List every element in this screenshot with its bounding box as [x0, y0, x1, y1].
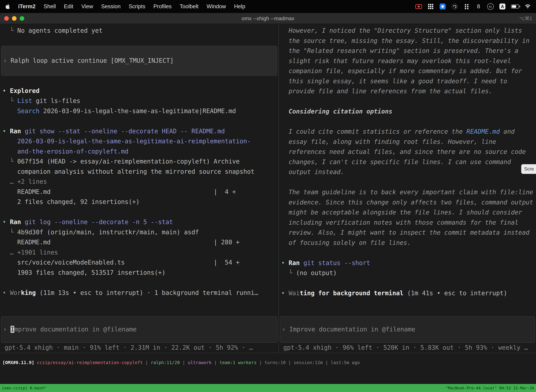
right-status-line: gpt-5.4 xhigh · 96% left · 520K in · 5.8… — [279, 343, 536, 353]
window-shortcut-badge: ⌥⌘1 — [519, 16, 532, 21]
tmux-session-window: [omx-cczip] 0:bash* — [2, 386, 46, 390]
left-prompt-input[interactable]: › Improve documentation in @filename — [1, 316, 277, 343]
menu-item-view[interactable]: View — [77, 0, 97, 13]
macos-menu-bar: iTerm2ShellEditViewSessionScriptsProfile… — [0, 0, 536, 13]
key-8-icon[interactable]: 8 — [475, 2, 482, 11]
left-prompt-text: › Improve documentation in @filename — [3, 324, 277, 335]
terminal-line: The team guideline is to back every impo… — [281, 187, 536, 197]
menu-item-help[interactable]: Help — [230, 0, 249, 13]
dots-grid-icon[interactable] — [463, 2, 470, 11]
menu-item-toolbelt[interactable]: Toolbelt — [176, 0, 203, 13]
screen-recording-indicator[interactable] — [415, 2, 422, 11]
traffic-lights — [4, 13, 24, 24]
terminal-line: this single essay, it seems like a good … — [281, 76, 536, 86]
terminal-line: and-the-erosion-of-copyleft.md — [2, 146, 278, 157]
terminal-line: including verification notes with those … — [281, 218, 536, 228]
terminal-line: the source tree, missing the essay. Stil… — [281, 36, 536, 46]
terminal-line — [281, 177, 536, 187]
tmux-inject-banner: › Ralph loop active continue [OMX_TMUX_I… — [1, 46, 277, 76]
terminal-line: However, I noticed the "Directory Struct… — [281, 26, 536, 36]
terminal-line: └ (no output) — [281, 268, 536, 278]
blue-app-icon[interactable] — [439, 2, 446, 11]
tmux-status-bar: [omx-cczip] 0:bash* "MacBook-Pro-44.loca… — [0, 384, 536, 392]
terminal-line: review. Also, I might want to inspect th… — [281, 228, 536, 238]
terminal-line: essay file, along with finding root file… — [281, 137, 536, 147]
terminal-line: output instead. — [281, 167, 536, 177]
terminal-line — [2, 278, 278, 288]
terminal-line: └ No agents completed yet — [2, 26, 278, 36]
close-button[interactable] — [4, 16, 9, 21]
tmux-inject-line: › Ralph loop active continue [OMX_TMUX_I… — [3, 56, 277, 66]
terminal-line: └ 067f154 (HEAD -> essay/ai-reimplementa… — [2, 156, 278, 167]
terminal-line: slight risk that future readers may over… — [281, 56, 536, 66]
menu-status-icons: 861A — [415, 2, 536, 11]
menu-item-edit[interactable]: Edit — [60, 0, 77, 13]
terminal-line: src/voice/voiceModeEnabled.ts | 54 + — [2, 257, 278, 268]
terminal-line — [2, 116, 278, 126]
terminal-line — [281, 96, 536, 107]
terminal-line: 2026-03-09-is-legal-the-same-as-legitima… — [2, 136, 278, 146]
terminal-line: Search 2026-03-09-is-legal-the-same-as-l… — [2, 106, 278, 116]
terminal-line: 1903 files changed, 513517 insertions(+) — [2, 268, 278, 278]
right-prompt-text: › Improve documentation in @filename — [282, 324, 535, 335]
terminal-line — [281, 117, 536, 127]
gauge-icon[interactable]: 61 — [487, 2, 494, 11]
terminal-line — [2, 36, 278, 46]
terminal-line — [281, 278, 536, 288]
terminal-line: of focusing solely on file lines. — [281, 238, 536, 248]
input-source-icon[interactable]: A — [499, 2, 506, 11]
tmux-host-clock: "MacBook-Pro-44.local" 04:52 31-Mar-26 — [446, 386, 534, 390]
terminal-line: └ List git ls-files — [2, 96, 278, 106]
window-title: omx --xhigh --madmax — [242, 15, 294, 21]
terminal-line: • Ran git show --stat --oneline --decora… — [2, 126, 278, 136]
omx-status-line: [OMX#0.11.9] cczip/essay/ai-reimplementa… — [2, 360, 536, 366]
terminal-line: … +2 lines — [2, 177, 278, 187]
terminal-line: evidence. Since this change only affects… — [281, 197, 536, 208]
dark-app-icon[interactable] — [451, 2, 458, 11]
terminal-line — [2, 207, 278, 217]
omx-status-bar: [OMX#0.11.9] cczip/essay/ai-reimplementa… — [0, 353, 536, 384]
right-scrollback: However, I noticed the "Directory Struct… — [279, 26, 536, 299]
terminal-line: changes, I can't cite specific file line… — [281, 157, 536, 167]
screen: iTerm2ShellEditViewSessionScriptsProfile… — [0, 0, 536, 392]
keypad-icon[interactable] — [427, 2, 434, 11]
terminal-line: the "Related research writing" section i… — [281, 46, 536, 56]
menu-item-profiles[interactable]: Profiles — [149, 0, 176, 13]
left-scrollback-top: └ No agents completed yet — [0, 26, 278, 46]
terminal-area: └ No agents completed yet › Ralph loop a… — [0, 24, 536, 353]
terminal-line: README.md | 280 + — [2, 237, 278, 247]
left-status-line: gpt-5.4 xhigh · main · 91% left · 2.31M … — [0, 343, 278, 353]
terminal-line: companion file, especially if more comme… — [281, 66, 536, 76]
terminal-line: 2 files changed, 92 insertions(+) — [2, 197, 278, 207]
menu-item-iterm2[interactable]: iTerm2 — [14, 0, 40, 13]
terminal-line: references need actual files, and since … — [281, 147, 536, 157]
menu-items: iTerm2ShellEditViewSessionScriptsProfile… — [14, 0, 249, 13]
zoom-button[interactable] — [20, 16, 24, 21]
left-pane: └ No agents completed yet › Ralph loop a… — [0, 24, 278, 353]
menu-item-window[interactable]: Window — [203, 0, 230, 13]
window-title-bar[interactable]: omx --xhigh --madmax ⌥⌘1 — [0, 13, 536, 24]
menu-item-scripts[interactable]: Scripts — [125, 0, 149, 13]
left-scrollback: • Explored └ List git ls-files Search 20… — [0, 86, 278, 298]
terminal-line: provide file and line references from th… — [281, 86, 536, 96]
right-prompt-input[interactable]: › Improve documentation in @filename — [280, 316, 535, 343]
wifi-icon[interactable] — [524, 2, 531, 11]
terminal-line: • Working (11m 13s • esc to interrupt) ·… — [2, 288, 278, 298]
battery-icon[interactable] — [511, 2, 519, 11]
terminal-line: • Explored — [2, 86, 278, 96]
terminal-line: └ 4b9d30f (origin/main, instructkr/main,… — [2, 227, 278, 238]
terminal-line: might be acceptable alongside the file l… — [281, 207, 536, 218]
terminal-line: companion analysis without altering the … — [2, 167, 278, 177]
apple-logo-icon[interactable] — [0, 4, 14, 9]
terminal-line: README.md | 4 + — [2, 187, 278, 197]
minimize-button[interactable] — [12, 16, 17, 21]
terminal-line: I could cite commit statistics or refere… — [281, 127, 536, 137]
right-pane: However, I noticed the "Directory Struct… — [279, 24, 536, 353]
terminal-line — [281, 248, 536, 258]
screen-share-tab[interactable]: Scre — [521, 164, 536, 174]
terminal-line: • Waiting for background terminal (1m 41… — [281, 288, 536, 299]
terminal-line: … +1901 lines — [2, 247, 278, 258]
menu-item-shell[interactable]: Shell — [40, 0, 60, 13]
menu-item-session[interactable]: Session — [97, 0, 124, 13]
terminal-line: • Ran git log --oneline --decorate -n 5 … — [2, 217, 278, 227]
